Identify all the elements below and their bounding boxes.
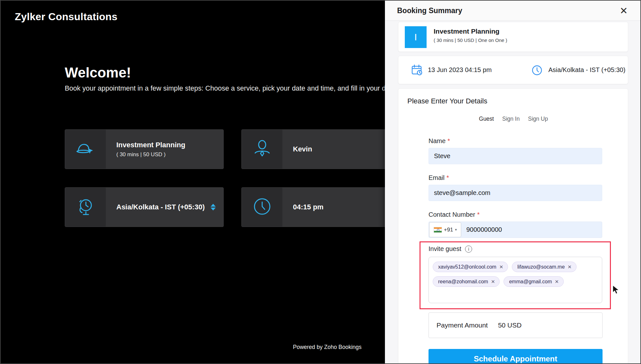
guest-email-chip: lifawuzo@socam.me✕ xyxy=(512,262,576,272)
service-card-subtitle: ( 30 mins | 50 USD ) xyxy=(116,151,223,158)
service-card-title: Investment Planning xyxy=(116,141,223,149)
contact-input-row: +91 ▾ 9000000000 xyxy=(429,222,602,238)
name-label: Name* xyxy=(429,137,602,145)
timezone-sort-arrows-icon[interactable] xyxy=(211,204,216,211)
guest-email-chip: emma@gmail.com✕ xyxy=(504,276,563,287)
invite-guest-label: Invite guest xyxy=(429,245,461,253)
globe-clock-icon xyxy=(77,197,95,217)
india-flag-icon xyxy=(434,227,442,233)
welcome-description: Book your appointment in a few simple st… xyxy=(65,85,385,93)
appointment-datetime: 13 Jun 2023 04:15 pm xyxy=(428,66,492,74)
tab-sign-up[interactable]: Sign Up xyxy=(528,116,548,122)
timezone-clock-icon xyxy=(532,65,542,77)
powered-by-footer: Powered by Zoho Bookings xyxy=(293,344,362,351)
timezone-card-title: Asia/Kolkata - IST (+05:30) xyxy=(116,203,223,211)
service-summary-name: Investment Planning xyxy=(434,28,499,35)
timezone-card-body: Asia/Kolkata - IST (+05:30) xyxy=(106,188,223,227)
tab-guest[interactable]: Guest xyxy=(479,116,494,122)
service-summary-card: I Investment Planning ( 30 mins | 50 USD… xyxy=(398,22,628,52)
service-avatar: I xyxy=(405,26,427,48)
details-form-card: Please Enter Your Details Guest Sign In … xyxy=(398,88,628,364)
auth-tabs: Guest Sign In Sign Up xyxy=(398,116,629,122)
payment-amount-label: Payment Amount xyxy=(437,321,488,329)
remove-chip-icon[interactable]: ✕ xyxy=(491,279,495,285)
time-icon-cell xyxy=(242,188,282,227)
contact-label: Contact Number* xyxy=(429,211,602,218)
welcome-heading: Welcome! xyxy=(65,65,131,81)
required-asterisk: * xyxy=(447,137,450,144)
calendar-clock-icon xyxy=(411,64,423,77)
panel-header: Booking Summary ✕ xyxy=(385,1,641,21)
schedule-summary-card: 13 Jun 2023 04:15 pm Asia/Kolkata - IST … xyxy=(398,56,628,84)
service-hat-cursor-icon xyxy=(76,140,96,158)
country-code-selector[interactable]: +91 ▾ xyxy=(429,222,461,237)
timezone-card[interactable]: Asia/Kolkata - IST (+05:30) xyxy=(65,187,224,227)
time-card-title: 04:15 pm xyxy=(293,203,385,211)
staff-card-title: Kevin xyxy=(293,145,385,153)
email-field-group: Email* xyxy=(429,174,602,201)
panel-title: Booking Summary xyxy=(397,6,462,15)
staff-card-body: Kevin xyxy=(282,130,385,169)
contact-number-value[interactable]: 9000000000 xyxy=(466,226,502,233)
email-label: Email* xyxy=(429,174,602,182)
chevron-down-icon: ▾ xyxy=(455,228,457,232)
remove-chip-icon[interactable]: ✕ xyxy=(499,264,504,270)
dial-code: +91 xyxy=(444,227,453,233)
guest-email-chip: xaviyav512@onlcool.com✕ xyxy=(433,262,508,272)
required-asterisk: * xyxy=(446,174,449,181)
close-icon[interactable]: ✕ xyxy=(617,4,630,17)
time-card[interactable]: 04:15 pm xyxy=(241,187,385,227)
name-input[interactable] xyxy=(429,148,602,164)
time-card-body: 04:15 pm xyxy=(282,188,385,227)
staff-card[interactable]: Kevin xyxy=(241,129,385,169)
contact-field-group: Contact Number* +91 ▾ 9000000000 xyxy=(429,211,602,238)
email-input[interactable] xyxy=(429,185,602,201)
timezone-icon-cell xyxy=(65,188,106,227)
service-card-body: Investment Planning ( 30 mins | 50 USD ) xyxy=(106,130,223,169)
service-icon-cell xyxy=(65,130,106,169)
required-asterisk: * xyxy=(477,211,480,218)
invite-guest-section: Invite guest i xaviyav512@onlcool.com✕ l… xyxy=(429,245,602,303)
remove-chip-icon[interactable]: ✕ xyxy=(555,279,559,285)
payment-amount-box: Payment Amount 50 USD xyxy=(429,312,603,338)
service-card[interactable]: Investment Planning ( 30 mins | 50 USD ) xyxy=(65,129,224,169)
info-icon[interactable]: i xyxy=(465,246,472,253)
brand-title: Zylker Consultations xyxy=(15,11,118,23)
schedule-appointment-button[interactable]: Schedule Appointment xyxy=(429,349,603,364)
guest-email-chip: reena@zohomail.com✕ xyxy=(433,276,500,287)
clock-icon xyxy=(253,198,271,217)
mouse-cursor xyxy=(612,285,620,296)
invite-guest-chip-input[interactable]: xaviyav512@onlcool.com✕ lifawuzo@socam.m… xyxy=(429,257,602,303)
payment-amount-value: 50 USD xyxy=(498,321,522,329)
screenshot-root: Zylker Consultations Welcome! Book your … xyxy=(0,0,641,364)
form-title: Please Enter Your Details xyxy=(407,97,487,105)
booking-site-background: Zylker Consultations Welcome! Book your … xyxy=(1,1,385,364)
appointment-timezone: Asia/Kolkata - IST (+05:30) xyxy=(548,66,625,74)
staff-icon-cell xyxy=(242,130,282,169)
booking-summary-panel: Booking Summary ✕ I Investment Planning … xyxy=(385,1,641,364)
service-summary-meta: ( 30 mins | 50 USD | One on One ) xyxy=(434,37,507,43)
remove-chip-icon[interactable]: ✕ xyxy=(568,264,572,270)
staff-person-icon xyxy=(254,140,271,159)
name-field-group: Name* xyxy=(429,137,602,164)
tab-sign-in[interactable]: Sign In xyxy=(502,116,520,122)
